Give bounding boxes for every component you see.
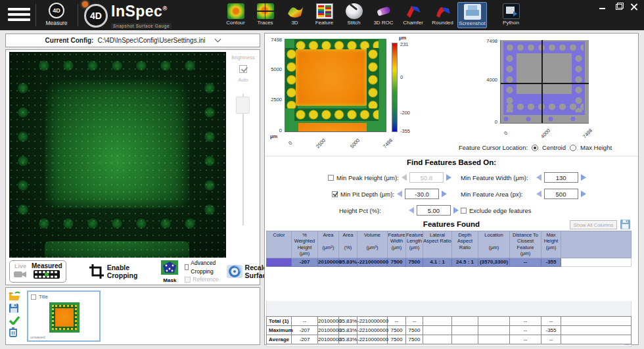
min-pit-depth-input[interactable]: -30.0	[405, 189, 439, 199]
mask-button[interactable]: Mask	[161, 260, 178, 283]
min-pit-depth-decrement-icon[interactable]	[397, 191, 402, 197]
menu-hamburger-icon[interactable]	[8, 8, 30, 22]
tool-chamfer[interactable]: Chamfer	[398, 2, 428, 28]
restore-icon[interactable]	[614, 3, 623, 11]
maskplot-ytick: 4000	[482, 77, 497, 83]
maskplot-xtick: 0	[503, 130, 509, 136]
height-pct-row: Height Pct (%): 5.00	[339, 204, 459, 217]
col-area-um2[interactable]: Area (μm²)	[318, 231, 339, 258]
config-dropdown-chevron-icon[interactable]	[215, 36, 221, 43]
save-icon[interactable]	[9, 303, 19, 314]
tool-contour[interactable]: Contour	[221, 2, 250, 28]
thumbnail-title-checkbox[interactable]	[31, 294, 36, 300]
find-features-title: Find Features Based On:	[265, 158, 638, 166]
col-area-pct[interactable]: Area (%)	[339, 231, 357, 258]
tool-feature[interactable]: Feature	[310, 2, 339, 28]
max-height-radio[interactable]	[570, 145, 576, 151]
accept-check-icon[interactable]	[9, 315, 20, 325]
min-pit-depth-row: Min Pit Depth (μm): -30.0	[332, 187, 447, 200]
3d-roc-icon	[375, 3, 392, 19]
col-lateral-aspect[interactable]: Lateral Aspect Ratio	[423, 231, 452, 258]
colorbar-tick: -355	[400, 128, 410, 134]
min-peak-height-input[interactable]: 50.8	[409, 172, 444, 183]
mask-icon	[161, 260, 178, 275]
col-color[interactable]: Color	[267, 231, 292, 258]
col-weighted-height[interactable]: % Weighted Height (μm)	[292, 231, 318, 258]
feature-mask-view[interactable]	[500, 40, 589, 124]
show-all-columns-button[interactable]: Show All Columns	[570, 220, 617, 229]
col-feature-length[interactable]: Feature Length (μm)	[406, 231, 423, 258]
col-feature-width[interactable]: Feature Width (μm)	[388, 231, 406, 258]
height-pct-decrement-icon[interactable]	[409, 207, 414, 214]
min-feature-area-increment-icon[interactable]	[581, 191, 586, 197]
app-window: 4D Measure 4D InSpec® Snapshot Surface G…	[0, 0, 644, 349]
trash-icon[interactable]	[9, 327, 18, 337]
min-peak-height-decrement-icon[interactable]	[402, 174, 407, 181]
tool-python[interactable]: Python	[496, 2, 526, 28]
open-folder-icon[interactable]	[9, 291, 20, 301]
tool-3d-roc[interactable]: 3D ROC	[369, 2, 398, 28]
min-feature-width-increment-icon[interactable]	[581, 174, 586, 181]
min-peak-height-increment-icon[interactable]	[446, 174, 451, 181]
min-pit-depth-checkbox[interactable]	[332, 191, 338, 197]
summary-average-row: Average -207 20100000 35.83% -2210000000…	[267, 335, 632, 344]
reference-checkbox[interactable]: Reference	[185, 275, 218, 284]
feature-row[interactable]: -207 20100000 35.83% -2210000000 7500 75…	[267, 258, 632, 266]
feature-color-swatch	[267, 258, 292, 266]
features-found-section: Features Found Show All Columns Color % …	[265, 219, 638, 346]
min-pit-depth-increment-icon[interactable]	[442, 191, 447, 197]
brightness-controls: Brightness Auto	[228, 52, 258, 257]
advanced-cropping-checkbox[interactable]: Advanced Cropping	[185, 259, 218, 276]
brightness-slider[interactable]	[236, 97, 250, 114]
min-feature-width-decrement-icon[interactable]	[536, 174, 541, 181]
brightness-slider-track	[242, 94, 244, 225]
save-table-icon	[620, 220, 630, 229]
thumbnail-heatmap-image	[49, 302, 80, 333]
brightness-label: Brightness	[228, 55, 258, 60]
logo-subtitle: Snapshot Surface Gauge	[111, 23, 172, 29]
min-feature-width-input[interactable]: 130	[544, 172, 578, 183]
centroid-label[interactable]: Centroid	[542, 144, 566, 151]
logo-4d-icon: 4D	[84, 4, 108, 28]
heatmap-xtick: 5000	[349, 137, 361, 149]
heatmap-xtick: 2500	[315, 137, 327, 149]
measurement-thumbnail[interactable]: Title unsaved	[27, 291, 101, 342]
heatmap-view[interactable]	[285, 39, 386, 132]
min-feature-area-input[interactable]: 500	[544, 189, 578, 199]
col-distance[interactable]: Distance To Closest Feature (μm)	[510, 231, 541, 258]
measured-button[interactable]: Measured	[32, 262, 62, 281]
acquisition-controls: Live Measured Enable Cropping Mask	[6, 258, 260, 285]
col-max-height[interactable]: Max Height (μm)	[541, 231, 561, 258]
measure-button[interactable]: 4D Measure	[39, 2, 74, 28]
tool-stitch[interactable]: Stitch	[339, 2, 369, 28]
separator	[35, 4, 36, 26]
height-pct-input[interactable]: 5.00	[417, 205, 451, 216]
col-volume[interactable]: Volume (μm³)	[357, 231, 388, 258]
max-height-label[interactable]: Max Height	[580, 144, 612, 151]
python-icon	[503, 3, 520, 19]
surface-speckle	[9, 52, 226, 258]
col-location[interactable]: Location (μm)	[478, 231, 510, 258]
live-button[interactable]: Live	[13, 263, 28, 280]
contour-icon	[227, 3, 244, 19]
enable-cropping-button[interactable]: Enable Cropping	[89, 264, 138, 279]
tool-rounded[interactable]: Rounded	[428, 2, 457, 28]
exclude-edge-checkbox[interactable]	[461, 208, 467, 214]
features-table: Color % Weighted Height (μm) Area (μm²) …	[266, 231, 632, 267]
thumbnail-actions	[9, 289, 23, 339]
brightness-auto-checkbox[interactable]	[239, 65, 247, 73]
summary-table: Total (1) -- 20100000 35.83% -2210000000…	[266, 316, 632, 344]
min-peak-height-checkbox[interactable]	[328, 175, 334, 181]
min-feature-area-decrement-icon[interactable]	[536, 191, 541, 197]
heatmap-ytick: 7498	[266, 37, 282, 43]
thumbnail-title-row: Title	[31, 294, 99, 300]
minimize-icon[interactable]	[598, 3, 607, 11]
heatmap-xtick: 7498	[382, 137, 394, 149]
col-depth-aspect[interactable]: Depth Aspect Ratio	[452, 231, 478, 258]
tool-3d[interactable]: 3D	[280, 2, 310, 28]
centroid-radio[interactable]	[532, 145, 538, 151]
height-pct-increment-icon[interactable]	[453, 207, 459, 214]
tool-traces[interactable]: Traces	[250, 2, 280, 28]
tool-screenshot[interactable]: Screenshot	[457, 2, 487, 28]
close-icon[interactable]	[630, 3, 639, 11]
